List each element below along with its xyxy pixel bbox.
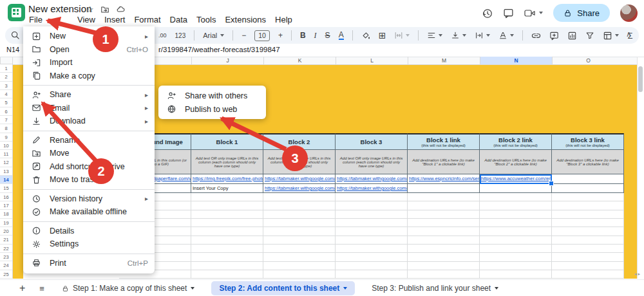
menubar-format[interactable]: Format (129, 14, 165, 26)
comment-icon[interactable] (503, 8, 514, 19)
font-size-input[interactable]: 10 (254, 30, 270, 41)
row-header-7[interactable]: 7 (0, 116, 12, 124)
note-cell[interactable]: Add text OR only image URLs in this colu… (263, 150, 336, 174)
number-format-icon[interactable]: 123 (175, 32, 186, 39)
row-header-25[interactable]: 25 (0, 270, 12, 279)
cell-J15[interactable]: Insert Your Copy (191, 184, 263, 193)
meet-camera-icon[interactable] (524, 8, 543, 18)
text-wrap-icon[interactable] (475, 31, 490, 40)
document-title[interactable]: New extension (28, 3, 91, 14)
italic-button[interactable]: I (314, 31, 317, 41)
row-header-1[interactable]: 1 (0, 64, 12, 73)
row-header-2[interactable]: 2 (0, 73, 12, 81)
menu-item-download[interactable]: Download▸ (23, 115, 155, 128)
toolbar-collapse-icon[interactable]: ∧ (626, 30, 632, 39)
menu-item-open[interactable]: OpenCtrl+O (23, 43, 155, 57)
menubar-data[interactable]: Data (166, 14, 192, 26)
font-family-select[interactable]: Arial (203, 32, 224, 39)
insert-chart-icon[interactable] (567, 31, 577, 41)
header-cell-block2[interactable]: Block 2 (263, 133, 336, 150)
menu-item-new[interactable]: New▸ (23, 30, 155, 43)
borders-icon[interactable]: ⊞ (379, 30, 386, 41)
tab-step1[interactable]: Step 1: Make a copy of this sheet (54, 281, 202, 295)
sheets-logo[interactable] (8, 4, 25, 21)
move-folder-icon[interactable] (100, 5, 109, 14)
menubar-extensions[interactable]: Extensions (220, 14, 270, 26)
note-cell[interactable]: Add destination URLs here (to make "Bloc… (408, 150, 480, 174)
row-header-10[interactable]: 10 (0, 142, 12, 150)
note-cell[interactable]: Add destination URLs here (to make "Bloc… (552, 150, 624, 174)
vertical-align-icon[interactable] (451, 31, 466, 40)
cell-K15[interactable]: https://tabmaker.withgoogle.com/as (263, 184, 336, 193)
menu-item-import[interactable]: Import (23, 56, 155, 69)
cell-L14[interactable]: https://tabmaker.withgoogle.com/as (336, 174, 408, 184)
menu-item-make-available-offline[interactable]: Make available offline (23, 205, 155, 219)
row-header-18[interactable]: 18 (0, 210, 12, 218)
row-header-21[interactable]: 21 (0, 236, 12, 244)
row-header-14[interactable]: 14 (0, 176, 12, 184)
increase-font-button[interactable]: + (278, 31, 283, 40)
empty-grid-rows[interactable] (119, 193, 624, 279)
version-history-icon[interactable] (482, 8, 493, 19)
cell-N15[interactable] (480, 184, 552, 193)
star-icon[interactable]: ☆ (86, 5, 94, 14)
menubar-insert[interactable]: Insert (100, 14, 130, 26)
row-header-24[interactable]: 24 (0, 261, 12, 270)
cloud-status-icon[interactable] (116, 5, 126, 14)
row-header-4[interactable]: 4 (0, 90, 12, 98)
menu-item-rename[interactable]: Rename (23, 134, 155, 147)
cell-M14[interactable]: https://www.espncricinfo.com/series/ic (408, 174, 480, 184)
menu-item-share[interactable]: Share▸ (23, 88, 155, 102)
menu-item-move-to-trash[interactable]: Move to trash (23, 173, 155, 187)
submenu-item-publish-to-web[interactable]: Publish to web (158, 102, 266, 116)
note-cell[interactable]: Add text OR only image URLs in this colu… (336, 150, 408, 174)
filter-icon[interactable] (585, 31, 594, 40)
submenu-item-share-with-others[interactable]: Share with others (158, 89, 266, 102)
header-cell-block3[interactable]: Block 3 (336, 133, 408, 150)
header-cell-block1[interactable]: Block 1 (191, 133, 263, 150)
row-header-9[interactable]: 9 (0, 133, 12, 142)
menu-item-print[interactable]: PrintCtrl+P (23, 257, 155, 270)
share-button[interactable]: Share (553, 4, 610, 22)
header-cell-block3-link[interactable]: Block 3 link(this will not be displayed) (552, 133, 624, 150)
bold-button[interactable]: B (300, 31, 306, 40)
cell-M15[interactable] (408, 184, 480, 193)
row-header-5[interactable]: 5 (0, 98, 12, 107)
formula-content[interactable]: r/3199847/weather-forecast/3199847 (158, 46, 280, 53)
row-header-12[interactable]: 12 (0, 158, 12, 167)
grid-scroll-arrows-icon[interactable]: ◂ ▸ (634, 272, 640, 277)
row-header-17[interactable]: 17 (0, 201, 12, 210)
fill-handle[interactable] (549, 181, 554, 186)
search-menus-icon[interactable] (10, 30, 20, 40)
row-header-13[interactable]: 13 (0, 167, 12, 176)
header-cell-block2-link[interactable]: Block 2 link(this will not be displayed) (480, 133, 552, 150)
row-header-20[interactable]: 20 (0, 227, 12, 236)
row-header-19[interactable]: 19 (0, 219, 12, 227)
cell-K14[interactable]: https://tabmaker.withgoogle.com/as (263, 174, 336, 184)
cell-J14[interactable]: https://img.freepik.com/free-photo/s (191, 174, 263, 184)
filter-views-icon[interactable] (603, 31, 619, 41)
menu-item-add-shortcut[interactable]: Add shortcut to Drive (23, 160, 155, 174)
all-sheets-icon[interactable]: ≡ (39, 284, 45, 293)
menubar-file[interactable]: File (24, 14, 47, 26)
decrease-font-button[interactable]: − (242, 31, 246, 40)
tab-step3[interactable]: Step 3: Publish and link your sheet (364, 281, 506, 295)
text-color-button[interactable]: A (339, 32, 344, 40)
column-header-K[interactable]: K (263, 57, 336, 64)
menubar-help[interactable]: Help (270, 14, 297, 26)
column-header-O[interactable]: O (552, 57, 624, 64)
insert-comment-icon[interactable] (549, 31, 559, 41)
column-header-L[interactable]: L (336, 57, 408, 64)
column-header-N[interactable]: N (480, 57, 552, 64)
column-header-M[interactable]: M (408, 57, 480, 64)
decrease-decimal-icon[interactable]: .00 (158, 32, 167, 39)
menu-item-details[interactable]: Details (23, 225, 155, 238)
menubar-view[interactable]: View (73, 14, 100, 26)
row-header-15[interactable]: 15 (0, 184, 12, 192)
menu-item-make-a-copy[interactable]: Make a copy (23, 69, 155, 83)
column-header-J[interactable]: J (191, 57, 263, 64)
header-cell-block1-link[interactable]: Block 1 link(this will not be displayed) (408, 133, 480, 150)
menu-item-email[interactable]: Email▸ (23, 102, 155, 115)
strikethrough-button[interactable]: S (325, 31, 330, 40)
menu-item-settings[interactable]: Settings (23, 237, 155, 251)
